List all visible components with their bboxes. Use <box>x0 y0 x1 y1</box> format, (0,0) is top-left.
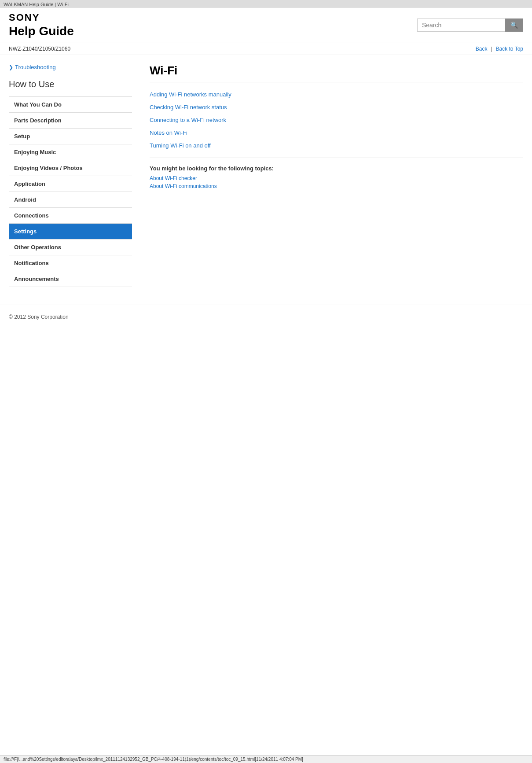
sidebar-item-what-you-can-do[interactable]: What You Can Do <box>9 96 132 112</box>
sidebar-item-application[interactable]: Application <box>9 176 132 192</box>
back-to-top-link[interactable]: Back to Top <box>496 46 523 52</box>
troubleshooting-link[interactable]: ❯ Troubleshooting <box>9 64 132 70</box>
sidebar-item-enjoying-music[interactable]: Enjoying Music <box>9 144 132 160</box>
topic-link-2[interactable]: Connecting to a Wi-Fi network <box>150 117 523 123</box>
search-button[interactable]: 🔍 <box>505 18 523 32</box>
footer: © 2012 Sony Corporation <box>0 305 532 329</box>
sidebar-item-notifications[interactable]: Notifications <box>9 255 132 271</box>
sidebar-item-connections[interactable]: Connections <box>9 207 132 223</box>
nav-divider: | <box>491 46 492 52</box>
topic-link-4[interactable]: Turning Wi-Fi on and off <box>150 142 523 149</box>
sidebar-item-android[interactable]: Android <box>9 192 132 207</box>
also-looking-section: You might be looking for the following t… <box>150 158 523 189</box>
tab-title: WALKMAN Help Guide | Wi-Fi <box>4 2 69 7</box>
nav-bar: NWZ-Z1040/Z1050/Z1060 Back | Back to Top <box>0 43 532 55</box>
sidebar-item-setup[interactable]: Setup <box>9 128 132 144</box>
copyright: © 2012 Sony Corporation <box>9 314 69 320</box>
search-icon: 🔍 <box>510 22 518 29</box>
sidebar: ❯ Troubleshooting How to Use What You Ca… <box>9 64 141 287</box>
back-link[interactable]: Back <box>476 46 488 52</box>
sidebar-item-settings[interactable]: Settings <box>9 223 132 239</box>
search-area: 🔍 <box>417 18 523 32</box>
sidebar-item-parts-description[interactable]: Parts Description <box>9 112 132 128</box>
nav-links: Back | Back to Top <box>476 46 523 52</box>
logo-area: SONY Help Guide <box>9 12 74 38</box>
content-area: Wi-Fi Adding Wi-Fi networks manually Che… <box>141 64 523 287</box>
site-header: SONY Help Guide 🔍 <box>0 7 532 43</box>
also-link-0[interactable]: About Wi-Fi checker <box>150 175 523 181</box>
sidebar-item-announcements[interactable]: Announcements <box>9 271 132 287</box>
sidebar-item-enjoying-videos-photos[interactable]: Enjoying Videos / Photos <box>9 160 132 176</box>
main-container: ❯ Troubleshooting How to Use What You Ca… <box>0 55 532 296</box>
browser-tab-bar: WALKMAN Help Guide | Wi-Fi <box>0 0 532 7</box>
also-looking-title: You might be looking for the following t… <box>150 165 523 172</box>
troubleshooting-label: Troubleshooting <box>15 64 56 70</box>
sidebar-item-other-operations[interactable]: Other Operations <box>9 239 132 255</box>
sidebar-section-title: How to Use <box>9 79 132 93</box>
also-link-1[interactable]: About Wi-Fi communications <box>150 183 523 189</box>
chevron-right-icon: ❯ <box>9 64 13 70</box>
content-title: Wi-Fi <box>150 64 523 82</box>
topic-link-1[interactable]: Checking Wi-Fi network status <box>150 104 523 111</box>
topic-link-3[interactable]: Notes on Wi-Fi <box>150 129 523 136</box>
model-number: NWZ-Z1040/Z1050/Z1060 <box>9 46 70 52</box>
search-input[interactable] <box>417 18 505 32</box>
help-guide-title: Help Guide <box>9 24 74 38</box>
topic-link-0[interactable]: Adding Wi-Fi networks manually <box>150 91 523 98</box>
sony-logo: SONY <box>9 12 74 23</box>
